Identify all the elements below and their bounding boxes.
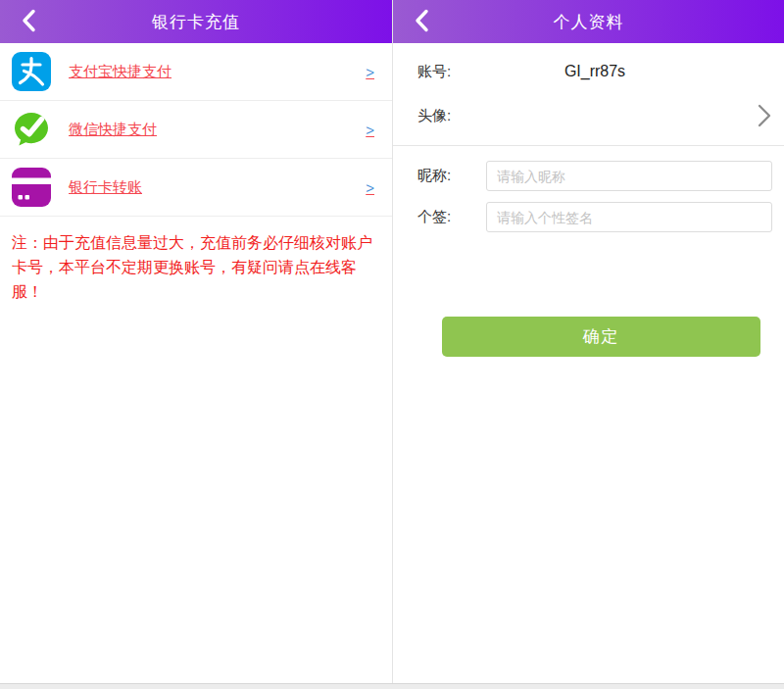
bankcard-icon — [12, 168, 51, 207]
payment-arrow-bankcard[interactable]: > — [366, 179, 374, 196]
nickname-input[interactable] — [486, 161, 772, 191]
chevron-right-icon — [757, 103, 772, 128]
profile-panel: 个人资料 账号: GI_rr87s 头像: 昵称: 个签: 确定 — [392, 0, 784, 683]
recharge-panel: 银行卡充值 支付宝快捷支付 > — [0, 0, 392, 683]
recharge-header: 银行卡充值 — [0, 0, 392, 43]
account-value: GI_rr87s — [486, 63, 704, 80]
page-title: 银行卡充值 — [152, 11, 240, 33]
account-label: 账号: — [417, 63, 486, 81]
payment-arrow-wechat[interactable]: > — [366, 122, 374, 138]
wechat-icon — [12, 110, 51, 149]
profile-header: 个人资料 — [393, 0, 784, 43]
payment-link-bankcard[interactable]: 银行卡转账 — [69, 178, 142, 197]
back-icon — [415, 9, 429, 35]
back-button[interactable] — [405, 0, 438, 43]
payment-list: 支付宝快捷支付 > 微信快捷支付 > 银行卡转账 — [0, 43, 392, 217]
back-button[interactable] — [12, 0, 45, 43]
back-icon — [22, 9, 36, 35]
avatar-label: 头像: — [417, 107, 486, 125]
payment-item-wechat[interactable]: 微信快捷支付 > — [0, 101, 392, 159]
nickname-row: 昵称: — [417, 161, 772, 191]
recharge-notice-text: 注：由于充值信息量过大，充值前务必仔细核对账户卡号，本平台不定期更换账号，有疑问… — [12, 230, 382, 304]
avatar-row[interactable]: 头像: — [417, 94, 772, 145]
alipay-icon — [12, 52, 51, 91]
signature-input[interactable] — [486, 202, 772, 232]
payment-arrow-alipay[interactable]: > — [366, 64, 374, 80]
profile-form-section: 昵称: 个签: 确定 — [393, 146, 784, 357]
signature-label: 个签: — [417, 208, 486, 226]
page-title: 个人资料 — [554, 11, 624, 33]
account-row: 账号: GI_rr87s — [417, 49, 772, 94]
nickname-label: 昵称: — [417, 167, 486, 185]
payment-link-alipay[interactable]: 支付宝快捷支付 — [69, 63, 172, 81]
payment-link-wechat[interactable]: 微信快捷支付 — [69, 121, 157, 139]
payment-item-bankcard[interactable]: 银行卡转账 > — [0, 159, 392, 217]
payment-item-alipay[interactable]: 支付宝快捷支付 > — [0, 43, 392, 101]
confirm-button[interactable]: 确定 — [442, 317, 760, 357]
bottom-edge-strip — [0, 683, 784, 689]
profile-info-section: 账号: GI_rr87s 头像: — [393, 43, 784, 146]
signature-row: 个签: — [417, 202, 772, 232]
